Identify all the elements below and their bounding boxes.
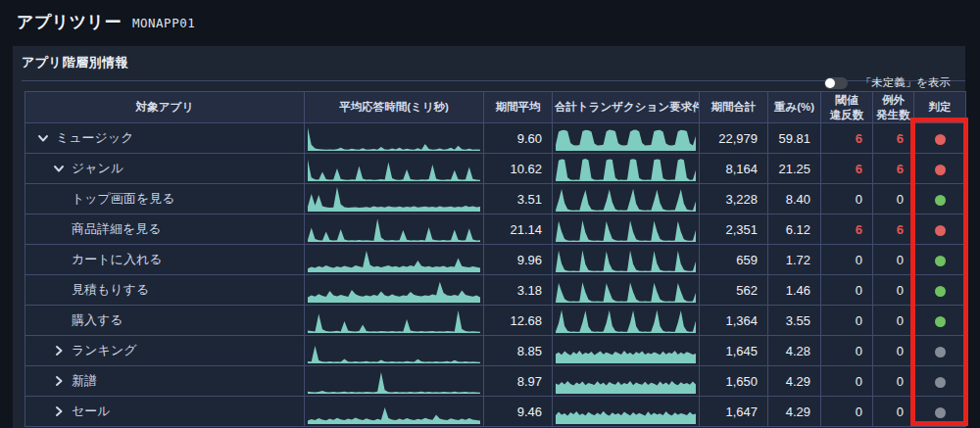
app-name-label: カートに入れる [72, 251, 163, 268]
column-header-exceptions: 例外発生数 [873, 92, 914, 123]
threshold-violations-cell: 0 [821, 184, 873, 214]
status-dot-red [935, 225, 946, 236]
weight-cell: 4.29 [768, 397, 821, 427]
app-name-label: 見積もりする [72, 281, 149, 299]
app-name-cell[interactable]: カートに入れる [25, 245, 305, 275]
app-name-cell[interactable]: 商品詳細を見る [25, 214, 305, 245]
show-undefined-toggle-row: 「未定義」を表示 [824, 75, 951, 90]
response-time-sparkline-cell [305, 184, 484, 214]
transaction-count-sparkline-cell [553, 366, 700, 397]
sparkline-chart [556, 247, 696, 272]
weight-cell: 59.81 [768, 123, 821, 154]
sparkline-chart [556, 156, 696, 181]
status-dot-gray [935, 347, 946, 357]
chevron-right-icon[interactable] [53, 345, 65, 357]
app-name-cell[interactable]: 購入する [25, 306, 305, 336]
app-name-cell[interactable]: セール [25, 397, 305, 427]
page-title: アプリツリー [17, 11, 122, 33]
status-dot-green [935, 286, 946, 297]
app-name-cell[interactable]: ジャンル [25, 154, 305, 184]
chevron-right-icon[interactable] [53, 405, 65, 417]
status-dot-red [935, 134, 946, 145]
sparkline-chart [308, 216, 480, 242]
threshold-violations-cell: 0 [821, 397, 873, 427]
table-body: ミュージック9.6022,97959.8166ジャンル10.628,16421.… [25, 123, 966, 427]
app-name-cell[interactable]: 新譜 [25, 366, 305, 397]
status-dot-green [935, 316, 946, 327]
table-row[interactable]: 新譜8.971,6504.2900 [25, 366, 966, 397]
threshold-violations-cell: 0 [821, 366, 873, 397]
transaction-count-sparkline-cell [553, 306, 700, 336]
hierarchy-table: 対象アプリ平均応答時間(ミリ秒)期間平均合計トランザクション要求件数期間合計重み… [24, 91, 966, 427]
column-header-period_avg: 期間平均 [484, 92, 553, 123]
judgment-cell [914, 366, 966, 397]
app-name-cell[interactable]: トップ画面を見る [25, 184, 305, 214]
app-name-label: 商品詳細を見る [72, 220, 162, 238]
hierarchy-panel: アプリ階層別情報 「未定義」を表示 対象アプリ平均応答時間(ミリ秒)期間平均合計… [13, 46, 965, 428]
judgment-cell [914, 123, 966, 154]
period-average-cell: 3.51 [484, 184, 553, 214]
sparkline-chart [308, 338, 480, 363]
column-header-weight: 重み(%) [768, 92, 821, 123]
status-dot-red [935, 165, 946, 175]
threshold-violations-cell: 0 [821, 245, 873, 275]
judgment-cell [914, 306, 966, 336]
app-name-cell[interactable]: ランキング [25, 336, 305, 366]
app-name-label: セール [72, 403, 111, 420]
table-row[interactable]: ジャンル10.628,16421.2566 [25, 154, 966, 184]
sparkline-chart [556, 186, 696, 212]
sparkline-chart [308, 186, 480, 212]
weight-cell: 1.46 [768, 275, 821, 306]
exceptions-cell: 0 [873, 366, 914, 397]
response-time-sparkline-cell [305, 397, 484, 427]
column-header-app: 対象アプリ [25, 92, 305, 123]
sparkline-chart [556, 399, 696, 424]
chevron-right-icon[interactable] [53, 375, 65, 387]
period-average-cell: 9.96 [484, 245, 553, 275]
exceptions-cell: 6 [873, 214, 914, 245]
weight-cell: 8.40 [768, 184, 821, 214]
app-name-cell[interactable]: 見積もりする [25, 275, 305, 306]
table-row[interactable]: トップ画面を見る3.513,2288.4000 [25, 184, 966, 214]
sparkline-chart [308, 247, 480, 272]
sparkline-chart [308, 156, 480, 181]
table-row[interactable]: 購入する12.681,3643.5500 [25, 306, 966, 336]
exceptions-cell: 0 [873, 397, 914, 427]
transaction-count-sparkline-cell [553, 154, 700, 184]
table-row[interactable]: ミュージック9.6022,97959.8166 [25, 123, 966, 154]
transaction-count-sparkline-cell [553, 336, 700, 366]
period-average-cell: 9.60 [484, 123, 553, 154]
period-average-cell: 9.46 [484, 397, 553, 427]
chevron-down-icon[interactable] [53, 163, 65, 174]
transaction-count-sparkline-cell [553, 245, 700, 275]
app-name-label: ランキング [72, 342, 137, 359]
exceptions-cell: 0 [873, 245, 914, 275]
response-time-sparkline-cell [305, 275, 484, 306]
period-average-cell: 8.85 [484, 336, 553, 366]
sparkline-chart [308, 368, 480, 394]
weight-cell: 4.29 [768, 366, 821, 397]
exceptions-cell: 0 [873, 336, 914, 366]
judgment-cell [914, 184, 966, 214]
table-row[interactable]: 見積もりする3.185621.4600 [25, 275, 966, 306]
judgment-cell [914, 397, 966, 427]
weight-cell: 21.25 [768, 154, 821, 184]
exceptions-cell: 0 [873, 306, 914, 336]
exceptions-cell: 0 [873, 275, 914, 306]
period-average-cell: 21.14 [484, 214, 553, 245]
table-row[interactable]: カートに入れる9.966591.7200 [25, 245, 966, 275]
exceptions-cell: 6 [873, 154, 914, 184]
app-name-cell[interactable]: ミュージック [25, 123, 305, 154]
transaction-count-sparkline-cell [553, 397, 700, 427]
period-total-cell: 8,164 [700, 154, 768, 184]
app-name-label: トップ画面を見る [72, 190, 175, 208]
table-row[interactable]: セール9.461,6474.2900 [25, 397, 966, 427]
threshold-violations-cell: 0 [821, 336, 873, 366]
app-name-label: ミュージック [56, 129, 134, 147]
app-name-label: 新譜 [72, 372, 97, 390]
chevron-down-icon[interactable] [37, 132, 49, 144]
column-header-threshold: 閾値違反数 [821, 92, 873, 123]
show-undefined-toggle[interactable] [824, 77, 848, 89]
table-row[interactable]: ランキング8.851,6454.2800 [25, 336, 966, 366]
table-row[interactable]: 商品詳細を見る21.142,3516.1266 [25, 214, 966, 245]
